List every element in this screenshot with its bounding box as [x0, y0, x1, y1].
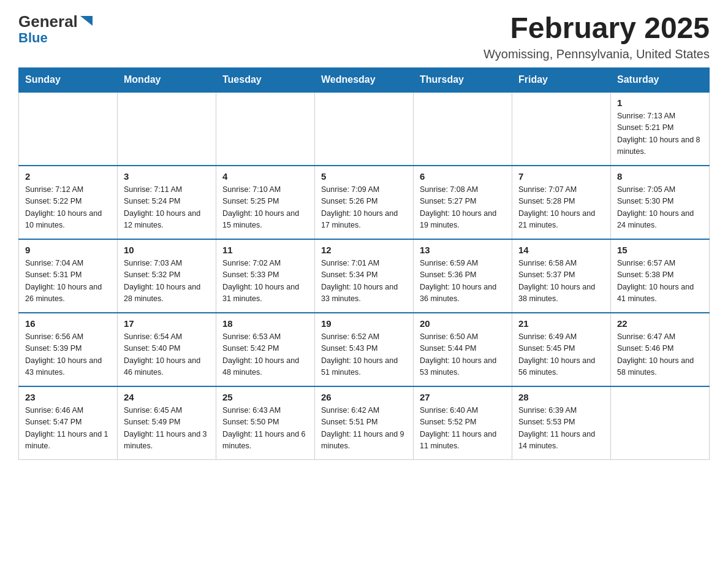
table-row: 12Sunrise: 7:01 AMSunset: 5:34 PMDayligh…: [315, 239, 414, 313]
day-number: 14: [518, 245, 604, 255]
table-row: 26Sunrise: 6:42 AMSunset: 5:51 PMDayligh…: [315, 386, 414, 460]
day-info: Sunrise: 6:43 AMSunset: 5:50 PMDaylight:…: [222, 405, 308, 453]
table-row: 5Sunrise: 7:09 AMSunset: 5:26 PMDaylight…: [315, 166, 414, 239]
header-sunday: Sunday: [19, 67, 118, 92]
calendar-week-row: 16Sunrise: 6:56 AMSunset: 5:39 PMDayligh…: [19, 313, 710, 386]
day-info: Sunrise: 6:59 AMSunset: 5:36 PMDaylight:…: [420, 258, 506, 305]
day-info: Sunrise: 7:07 AMSunset: 5:28 PMDaylight:…: [518, 184, 604, 232]
table-row: 13Sunrise: 6:59 AMSunset: 5:36 PMDayligh…: [414, 239, 512, 313]
day-info: Sunrise: 6:46 AMSunset: 5:47 PMDaylight:…: [25, 405, 111, 453]
table-row: 4Sunrise: 7:10 AMSunset: 5:25 PMDaylight…: [216, 166, 315, 239]
day-info: Sunrise: 7:12 AMSunset: 5:22 PMDaylight:…: [25, 184, 111, 232]
table-row: 28Sunrise: 6:39 AMSunset: 5:53 PMDayligh…: [512, 386, 611, 460]
header-wednesday: Wednesday: [315, 67, 414, 92]
day-info: Sunrise: 6:42 AMSunset: 5:51 PMDaylight:…: [321, 405, 407, 453]
table-row: 8Sunrise: 7:05 AMSunset: 5:30 PMDaylight…: [611, 166, 710, 239]
day-info: Sunrise: 6:56 AMSunset: 5:39 PMDaylight:…: [25, 331, 111, 379]
day-number: 1: [617, 98, 703, 108]
header-tuesday: Tuesday: [216, 67, 315, 92]
day-number: 27: [420, 392, 506, 402]
day-number: 10: [124, 245, 210, 255]
table-row: [216, 92, 315, 166]
day-number: 7: [518, 171, 604, 182]
day-info: Sunrise: 7:02 AMSunset: 5:33 PMDaylight:…: [222, 258, 308, 305]
day-info: Sunrise: 7:09 AMSunset: 5:26 PMDaylight:…: [321, 184, 407, 232]
svg-marker-0: [80, 16, 93, 26]
day-info: Sunrise: 7:13 AMSunset: 5:21 PMDaylight:…: [617, 110, 703, 158]
day-info: Sunrise: 6:49 AMSunset: 5:45 PMDaylight:…: [518, 331, 604, 379]
day-info: Sunrise: 7:04 AMSunset: 5:31 PMDaylight:…: [25, 258, 111, 305]
table-row: [118, 92, 216, 166]
day-number: 9: [25, 245, 111, 255]
day-info: Sunrise: 7:08 AMSunset: 5:27 PMDaylight:…: [420, 184, 506, 232]
table-row: 20Sunrise: 6:50 AMSunset: 5:44 PMDayligh…: [414, 313, 512, 386]
header-saturday: Saturday: [611, 67, 710, 92]
table-row: 2Sunrise: 7:12 AMSunset: 5:22 PMDaylight…: [19, 166, 118, 239]
day-info: Sunrise: 7:11 AMSunset: 5:24 PMDaylight:…: [124, 184, 210, 232]
table-row: [414, 92, 512, 166]
calendar-week-row: 9Sunrise: 7:04 AMSunset: 5:31 PMDaylight…: [19, 239, 710, 313]
day-number: 4: [222, 171, 308, 182]
location-subtitle: Wyomissing, Pennsylvania, United States: [483, 47, 710, 61]
day-info: Sunrise: 6:52 AMSunset: 5:43 PMDaylight:…: [321, 331, 407, 379]
table-row: [315, 92, 414, 166]
day-info: Sunrise: 6:47 AMSunset: 5:46 PMDaylight:…: [617, 331, 703, 379]
table-row: 6Sunrise: 7:08 AMSunset: 5:27 PMDaylight…: [414, 166, 512, 239]
day-info: Sunrise: 6:50 AMSunset: 5:44 PMDaylight:…: [420, 331, 506, 379]
day-number: 28: [518, 392, 604, 402]
page-header: General Blue February 2025 Wyomissing, P…: [18, 12, 710, 61]
day-info: Sunrise: 6:54 AMSunset: 5:40 PMDaylight:…: [124, 331, 210, 379]
table-row: 3Sunrise: 7:11 AMSunset: 5:24 PMDaylight…: [118, 166, 216, 239]
table-row: 25Sunrise: 6:43 AMSunset: 5:50 PMDayligh…: [216, 386, 315, 460]
day-number: 6: [420, 171, 506, 182]
table-row: 17Sunrise: 6:54 AMSunset: 5:40 PMDayligh…: [118, 313, 216, 386]
day-info: Sunrise: 6:45 AMSunset: 5:49 PMDaylight:…: [124, 405, 210, 453]
day-number: 24: [124, 392, 210, 402]
day-info: Sunrise: 6:58 AMSunset: 5:37 PMDaylight:…: [518, 258, 604, 305]
day-number: 23: [25, 392, 111, 402]
table-row: 15Sunrise: 6:57 AMSunset: 5:38 PMDayligh…: [611, 239, 710, 313]
day-number: 20: [420, 318, 506, 329]
header-monday: Monday: [118, 67, 216, 92]
table-row: 27Sunrise: 6:40 AMSunset: 5:52 PMDayligh…: [414, 386, 512, 460]
day-number: 19: [321, 318, 407, 329]
day-number: 16: [25, 318, 111, 329]
table-row: 16Sunrise: 6:56 AMSunset: 5:39 PMDayligh…: [19, 313, 118, 386]
month-title: February 2025: [483, 12, 710, 45]
day-info: Sunrise: 7:01 AMSunset: 5:34 PMDaylight:…: [321, 258, 407, 305]
logo: General Blue: [18, 12, 93, 46]
table-row: 21Sunrise: 6:49 AMSunset: 5:45 PMDayligh…: [512, 313, 611, 386]
day-number: 12: [321, 245, 407, 255]
day-number: 15: [617, 245, 703, 255]
table-row: 18Sunrise: 6:53 AMSunset: 5:42 PMDayligh…: [216, 313, 315, 386]
table-row: [19, 92, 118, 166]
day-info: Sunrise: 7:03 AMSunset: 5:32 PMDaylight:…: [124, 258, 210, 305]
table-row: 24Sunrise: 6:45 AMSunset: 5:49 PMDayligh…: [118, 386, 216, 460]
day-info: Sunrise: 7:10 AMSunset: 5:25 PMDaylight:…: [222, 184, 308, 232]
day-number: 11: [222, 245, 308, 255]
table-row: 9Sunrise: 7:04 AMSunset: 5:31 PMDaylight…: [19, 239, 118, 313]
table-row: [512, 92, 611, 166]
table-row: [611, 386, 710, 460]
calendar-header-row: Sunday Monday Tuesday Wednesday Thursday…: [19, 67, 710, 92]
day-number: 22: [617, 318, 703, 329]
day-info: Sunrise: 6:40 AMSunset: 5:52 PMDaylight:…: [420, 405, 506, 453]
calendar-table: Sunday Monday Tuesday Wednesday Thursday…: [18, 67, 710, 461]
day-info: Sunrise: 6:53 AMSunset: 5:42 PMDaylight:…: [222, 331, 308, 379]
calendar-week-row: 2Sunrise: 7:12 AMSunset: 5:22 PMDaylight…: [19, 166, 710, 239]
day-number: 13: [420, 245, 506, 255]
table-row: 7Sunrise: 7:07 AMSunset: 5:28 PMDaylight…: [512, 166, 611, 239]
title-block: February 2025 Wyomissing, Pennsylvania, …: [483, 12, 710, 61]
logo-general-text: General: [18, 12, 78, 31]
day-number: 21: [518, 318, 604, 329]
day-info: Sunrise: 6:39 AMSunset: 5:53 PMDaylight:…: [518, 405, 604, 453]
day-info: Sunrise: 7:05 AMSunset: 5:30 PMDaylight:…: [617, 184, 703, 232]
calendar-week-row: 23Sunrise: 6:46 AMSunset: 5:47 PMDayligh…: [19, 386, 710, 460]
logo-blue-text: Blue: [18, 30, 48, 45]
day-number: 18: [222, 318, 308, 329]
table-row: 11Sunrise: 7:02 AMSunset: 5:33 PMDayligh…: [216, 239, 315, 313]
logo-triangle-icon: [80, 16, 93, 28]
day-number: 8: [617, 171, 703, 182]
calendar-week-row: 1Sunrise: 7:13 AMSunset: 5:21 PMDaylight…: [19, 92, 710, 166]
header-thursday: Thursday: [414, 67, 512, 92]
